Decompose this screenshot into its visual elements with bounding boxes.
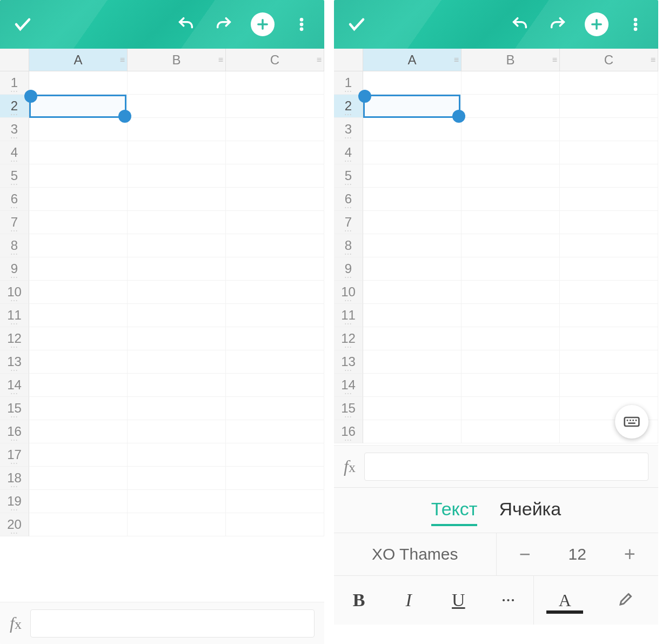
cell[interactable] [226, 234, 324, 257]
row-header-3[interactable]: 3⋯ [0, 118, 29, 141]
spreadsheet-grid[interactable]: A≡ B≡ C≡ 1⋯2⋯3⋯4⋯5⋯6⋯7⋯8⋯9⋯10⋯11⋯12⋯13⋯1… [0, 49, 324, 602]
cell[interactable] [128, 513, 226, 536]
add-button[interactable] [585, 12, 608, 36]
row-header-10[interactable]: 10⋯ [334, 281, 363, 304]
column-header-B[interactable]: B≡ [462, 49, 560, 71]
cell[interactable] [226, 327, 324, 350]
underline-button[interactable]: U [442, 590, 474, 610]
cell[interactable] [29, 211, 128, 234]
cell[interactable] [363, 211, 462, 234]
cell[interactable] [128, 257, 226, 281]
cell[interactable] [363, 71, 462, 95]
cell[interactable] [128, 304, 226, 327]
redo-button[interactable] [547, 14, 569, 35]
cell[interactable] [226, 420, 324, 443]
row-header-12[interactable]: 12⋯ [334, 327, 363, 350]
cell[interactable] [560, 211, 658, 234]
formula-input[interactable] [30, 609, 315, 638]
cell[interactable] [462, 397, 560, 420]
font-size-increase[interactable]: + [616, 543, 643, 566]
cell[interactable] [560, 304, 658, 327]
cell[interactable] [29, 443, 128, 467]
cell[interactable] [226, 141, 324, 164]
cell[interactable] [560, 71, 658, 95]
cell[interactable] [29, 350, 128, 374]
cell[interactable] [128, 327, 226, 350]
add-button[interactable] [251, 12, 275, 36]
row-header-14[interactable]: 14⋯ [334, 374, 363, 397]
row-header-6[interactable]: 6⋯ [0, 188, 29, 211]
selection-handle-tl[interactable] [358, 90, 371, 103]
undo-button[interactable] [175, 14, 197, 35]
cell[interactable] [128, 234, 226, 257]
cell[interactable] [226, 164, 324, 188]
row-header-11[interactable]: 11⋯ [334, 304, 363, 327]
row-header-16[interactable]: 16⋯ [334, 420, 363, 443]
cell[interactable] [462, 95, 560, 118]
cell[interactable] [128, 164, 226, 188]
cell[interactable] [226, 118, 324, 141]
cell[interactable] [29, 234, 128, 257]
cell[interactable] [363, 374, 462, 397]
row-header-13[interactable]: 13⋯ [334, 350, 363, 374]
row-header-14[interactable]: 14⋯ [0, 374, 29, 397]
column-header-B[interactable]: B≡ [128, 49, 226, 71]
cell[interactable] [462, 71, 560, 95]
cell[interactable] [363, 234, 462, 257]
cell[interactable] [128, 420, 226, 443]
tab-cell[interactable]: Ячейка [499, 499, 561, 526]
cell[interactable] [128, 397, 226, 420]
cell[interactable] [29, 141, 128, 164]
confirm-button[interactable] [346, 14, 367, 35]
cell[interactable] [29, 188, 128, 211]
column-header-C[interactable]: C≡ [560, 49, 658, 71]
row-header-3[interactable]: 3⋯ [334, 118, 363, 141]
cell[interactable] [363, 397, 462, 420]
cell[interactable] [128, 443, 226, 467]
cell[interactable] [29, 513, 128, 536]
row-header-8[interactable]: 8⋯ [0, 234, 29, 257]
cell[interactable] [226, 397, 324, 420]
confirm-button[interactable] [12, 14, 34, 35]
cell[interactable] [462, 211, 560, 234]
cell[interactable] [29, 304, 128, 327]
cell[interactable] [462, 234, 560, 257]
cell[interactable] [128, 374, 226, 397]
cell[interactable] [462, 164, 560, 188]
cell[interactable] [128, 467, 226, 490]
more-button[interactable] [291, 14, 312, 35]
cell[interactable] [363, 118, 462, 141]
selection-handle-tl[interactable] [24, 90, 37, 103]
row-header-18[interactable]: 18⋯ [0, 467, 29, 490]
row-header-16[interactable]: 16⋯ [0, 420, 29, 443]
cell[interactable] [128, 490, 226, 513]
cell[interactable] [29, 397, 128, 420]
row-header-17[interactable]: 17⋯ [0, 443, 29, 467]
cell[interactable] [560, 95, 658, 118]
font-family-selector[interactable]: XO Thames [334, 533, 497, 575]
cell[interactable] [29, 71, 128, 95]
cell[interactable] [363, 304, 462, 327]
cell[interactable] [29, 164, 128, 188]
cell[interactable] [560, 164, 658, 188]
cell[interactable] [363, 281, 462, 304]
cell[interactable] [226, 281, 324, 304]
cell[interactable] [363, 257, 462, 281]
cell[interactable] [560, 234, 658, 257]
cell[interactable] [226, 188, 324, 211]
cell[interactable] [226, 257, 324, 281]
cell[interactable] [128, 141, 226, 164]
row-header-1[interactable]: 1⋯ [0, 71, 29, 95]
row-header-6[interactable]: 6⋯ [334, 188, 363, 211]
cell[interactable] [560, 374, 658, 397]
row-header-5[interactable]: 5⋯ [0, 164, 29, 188]
cell[interactable] [560, 118, 658, 141]
cell[interactable] [363, 188, 462, 211]
column-header-A[interactable]: A≡ [29, 49, 128, 71]
row-header-12[interactable]: 12⋯ [0, 327, 29, 350]
cell[interactable] [29, 420, 128, 443]
keyboard-fab[interactable] [615, 405, 648, 439]
cell[interactable] [29, 467, 128, 490]
cell[interactable] [462, 118, 560, 141]
cell[interactable] [29, 281, 128, 304]
